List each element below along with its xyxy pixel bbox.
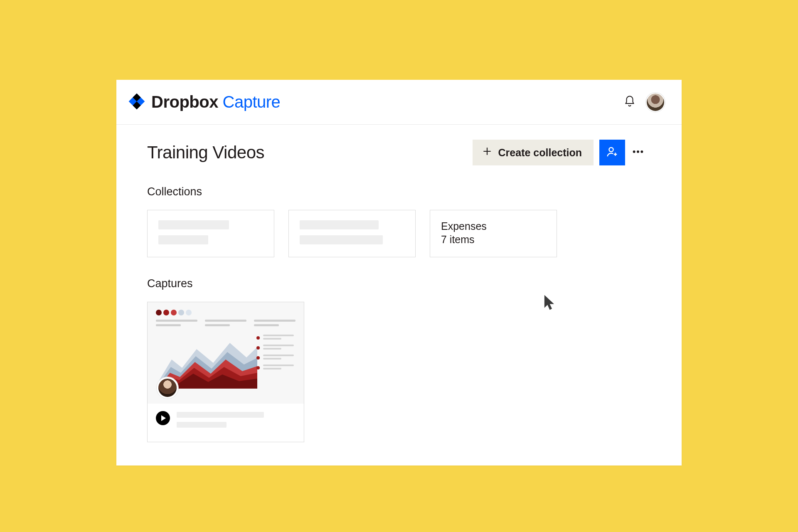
presenter-avatar xyxy=(157,377,178,399)
collections-heading: Collections xyxy=(147,185,651,198)
notifications-button[interactable] xyxy=(621,94,638,111)
skeleton-line xyxy=(158,235,208,244)
capture-thumbnail xyxy=(148,302,304,404)
create-collection-label: Create collection xyxy=(498,147,582,159)
svg-point-6 xyxy=(640,150,643,153)
brand-text: Dropbox Capture xyxy=(151,93,280,111)
user-avatar[interactable] xyxy=(646,93,665,112)
skeleton-line xyxy=(300,220,379,229)
share-button[interactable] xyxy=(599,140,625,165)
captures-heading: Captures xyxy=(147,277,651,290)
collection-card[interactable] xyxy=(147,210,274,257)
person-add-icon xyxy=(606,145,618,160)
more-options-button[interactable] xyxy=(625,140,651,165)
create-collection-button[interactable]: Create collection xyxy=(473,140,594,165)
brand-name: Dropbox xyxy=(151,93,218,111)
captures-list xyxy=(147,302,651,442)
plus-icon xyxy=(482,146,493,159)
collection-card-expenses[interactable]: Expenses 7 items xyxy=(430,210,557,257)
brand[interactable]: Dropbox Capture xyxy=(128,93,280,112)
bell-icon xyxy=(623,95,636,109)
app-window: Dropbox Capture Training Videos xyxy=(116,80,682,466)
svg-point-4 xyxy=(633,150,635,153)
more-horizontal-icon xyxy=(631,145,645,160)
main-content: Training Videos Create collection xyxy=(116,125,682,442)
thumb-dots xyxy=(156,310,296,315)
skeleton-line xyxy=(177,422,227,428)
collection-title: Expenses xyxy=(441,219,546,234)
play-icon xyxy=(156,411,170,425)
skeleton-line xyxy=(177,412,264,418)
brand-product: Capture xyxy=(223,93,281,111)
page-title: Training Videos xyxy=(147,143,264,163)
collection-item-count: 7 items xyxy=(441,234,546,246)
skeleton-line xyxy=(158,220,229,229)
svg-point-3 xyxy=(609,148,613,152)
capture-card[interactable] xyxy=(147,302,304,442)
app-header: Dropbox Capture xyxy=(116,80,682,125)
svg-point-5 xyxy=(637,150,639,153)
thumb-header-lines xyxy=(156,320,296,329)
collection-card[interactable] xyxy=(288,210,416,257)
skeleton-line xyxy=(300,235,383,244)
dropbox-logo-icon xyxy=(128,93,145,112)
title-row: Training Videos Create collection xyxy=(147,140,651,165)
thumb-bullets xyxy=(256,335,294,374)
capture-meta xyxy=(148,404,304,442)
collections-list: Expenses 7 items xyxy=(147,210,651,257)
